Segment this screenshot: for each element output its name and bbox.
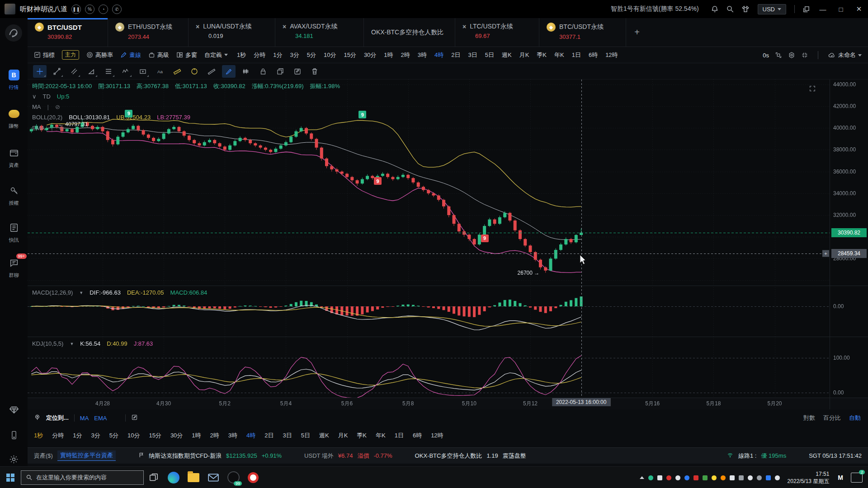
tab-OKX-BTC多空持仓人数比[interactable]: OKX-BTC多空持仓人数比: [364, 18, 455, 47]
tray-icon[interactable]: [730, 475, 735, 480]
circle-tool-tool-icon[interactable]: [188, 65, 201, 78]
tab-AVAX/USDT永续[interactable]: ×AVAX/USDT永续34.181: [275, 18, 364, 47]
taskbar-clock[interactable]: 17:51 2022/5/13 星期五: [788, 470, 830, 485]
timeframe-4時[interactable]: 4時: [434, 51, 443, 59]
start-button[interactable]: [0, 467, 21, 488]
sidebar-item-賺幣[interactable]: 賺幣: [0, 108, 28, 130]
sidebar-item-群聊[interactable]: 99+群聊: [0, 257, 28, 279]
eye-off-icon[interactable]: ⊘: [55, 103, 60, 110]
tray-icon[interactable]: [748, 475, 753, 480]
settings-gear-icon[interactable]: [0, 455, 28, 464]
edit-note-icon[interactable]: [131, 414, 138, 422]
scale-對數[interactable]: 對數: [803, 414, 815, 422]
parallel-lines-tool-icon[interactable]: [67, 65, 81, 78]
bottom-timeframe-年K[interactable]: 年K: [376, 432, 386, 440]
usdt-otc-label[interactable]: USDT 場外: [304, 452, 334, 460]
tray-icon[interactable]: [648, 475, 653, 480]
aicoin-app-icon[interactable]: 99: [223, 467, 243, 488]
bottom-timeframe-30分[interactable]: 30分: [170, 432, 183, 440]
timeframe-3分[interactable]: 3分: [290, 51, 299, 59]
tray-icon[interactable]: [775, 475, 780, 480]
tab-ETH/USDT永续[interactable]: ◆ETH/USDT永续2073.44: [108, 18, 189, 47]
tray-icon[interactable]: [766, 475, 771, 480]
recorder-app-icon[interactable]: [243, 467, 263, 488]
timeframe-週K[interactable]: 週K: [502, 51, 512, 59]
close-button[interactable]: ✕: [850, 0, 868, 18]
search-icon[interactable]: [722, 0, 738, 18]
bottom-timeframe-分時[interactable]: 分時: [52, 432, 64, 440]
text-tool-icon[interactable]: Aa: [153, 65, 167, 78]
timeframe-2時[interactable]: 2時: [401, 51, 410, 59]
mobile-app-icon[interactable]: [0, 430, 28, 440]
indicator-button[interactable]: 指標: [34, 51, 55, 59]
tab-LTC/USDT永续[interactable]: ×LTC/USDT永续69.67: [455, 18, 539, 47]
tray-icon[interactable]: [721, 475, 726, 480]
timeframe-10分[interactable]: 10分: [324, 51, 336, 59]
bottom-timeframe-2日[interactable]: 2日: [264, 432, 274, 440]
aicoin-logo[interactable]: [5, 24, 22, 42]
ruler-tool-icon[interactable]: [170, 65, 184, 78]
mail-icon[interactable]: [203, 467, 223, 488]
bottom-timeframe-季K[interactable]: 季K: [357, 432, 367, 440]
bottom-timeframe-週K[interactable]: 週K: [319, 432, 329, 440]
monitor-assets-link[interactable]: 實時監控多平台資產: [57, 450, 116, 461]
tray-icon[interactable]: [657, 475, 662, 480]
timeframe-1時[interactable]: 1時: [384, 51, 393, 59]
bottom-timeframe-5分[interactable]: 5分: [109, 432, 118, 440]
bottom-timeframe-4時[interactable]: 4時: [246, 432, 255, 440]
tray-icon[interactable]: [684, 475, 689, 480]
timeframe-12時[interactable]: 12時: [605, 51, 618, 59]
tray-icon[interactable]: [712, 475, 717, 480]
timeframe-季K[interactable]: 季K: [537, 51, 547, 59]
candle-pattern-tool-icon[interactable]: [239, 65, 253, 78]
timeframe-1分[interactable]: 1分: [273, 51, 282, 59]
bottom-timeframe-6時[interactable]: 6時: [413, 432, 422, 440]
measure-tool-icon[interactable]: [205, 65, 218, 78]
timeframe-5日[interactable]: 5日: [485, 51, 494, 59]
task-view-icon[interactable]: [144, 467, 164, 488]
sidebar-item-行情[interactable]: B行情: [0, 69, 28, 91]
fib-lines-tool-icon[interactable]: [102, 65, 115, 78]
tray-icon[interactable]: [757, 475, 762, 480]
ime-indicator[interactable]: M: [838, 474, 843, 481]
bottom-timeframe-3時[interactable]: 3時: [228, 432, 237, 440]
notification-center-icon[interactable]: 2: [851, 473, 863, 483]
tab-LUNA/USDT永续[interactable]: ×LUNA/USDT永续0.019: [189, 18, 275, 47]
maximize-button[interactable]: □: [832, 0, 850, 18]
bell-icon[interactable]: [707, 0, 722, 18]
add-tab-button[interactable]: +: [626, 18, 648, 47]
sidebar-item-快訊[interactable]: 快訊: [0, 221, 28, 244]
sidebar-item-資產[interactable]: 資產: [0, 146, 28, 169]
currency-selector[interactable]: USD: [758, 4, 786, 14]
pause-badge-icon[interactable]: ❚❚: [71, 5, 81, 14]
main-force-button[interactable]: 主力: [62, 50, 79, 60]
bottom-timeframe-15分[interactable]: 15分: [149, 432, 161, 440]
chevron-down-icon[interactable]: ▼: [70, 342, 74, 346]
nasdaq-name[interactable]: 纳斯达克指数期货CFD-新浪: [149, 452, 222, 460]
speed-badge-icon[interactable]: ◔: [99, 5, 108, 14]
timeframe-2日[interactable]: 2日: [451, 51, 460, 59]
layout-icon[interactable]: [798, 0, 814, 18]
trendline-tool-icon[interactable]: [50, 65, 64, 78]
edge-browser-icon[interactable]: [164, 467, 184, 488]
expand-chart-icon[interactable]: [809, 85, 816, 94]
timeframe-3時[interactable]: 3時: [418, 51, 427, 59]
screenshot-icon[interactable]: [775, 52, 782, 59]
asset-label[interactable]: 資產($): [34, 452, 53, 460]
scale-自動[interactable]: 自動: [849, 414, 861, 422]
vip-diamond-icon[interactable]: [0, 405, 28, 415]
tab-BTC/USDT永续[interactable]: ◆BTC/USDT永续30377.1: [539, 18, 626, 47]
tray-icon[interactable]: [703, 475, 708, 480]
percent-badge-icon[interactable]: %: [85, 5, 94, 14]
timeframe-1秒[interactable]: 1秒: [237, 51, 246, 59]
bottom-timeframe-月K[interactable]: 月K: [338, 432, 348, 440]
bottom-timeframe-10分[interactable]: 10分: [127, 432, 140, 440]
crosshair-tool-icon[interactable]: [33, 65, 47, 78]
timeframe-3日[interactable]: 3日: [468, 51, 477, 59]
eye-off-icon[interactable]: ⊘: [59, 125, 64, 131]
cloud-save-button[interactable]: 未命名: [828, 51, 862, 59]
tray-icon[interactable]: [666, 475, 671, 480]
bottom-timeframe-1秒[interactable]: 1秒: [34, 432, 43, 440]
timeframe-月K[interactable]: 月K: [519, 51, 529, 59]
chevron-down-icon[interactable]: ▼: [79, 291, 83, 295]
